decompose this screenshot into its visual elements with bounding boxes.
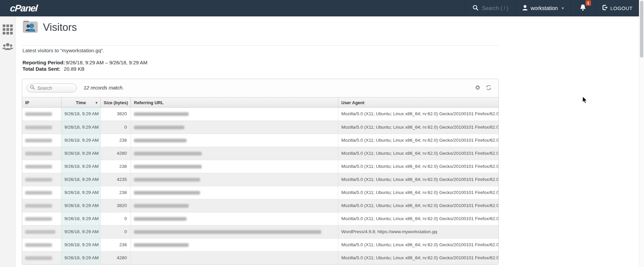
vertical-scrollbar[interactable] xyxy=(639,0,644,267)
cell-size: 4235 xyxy=(101,173,131,186)
redacted-ip xyxy=(25,126,52,129)
cell-size: 4280 xyxy=(101,147,131,160)
redacted-ip xyxy=(25,178,52,182)
cell-ip xyxy=(22,212,61,225)
column-header-time[interactable]: Time▾ xyxy=(61,97,101,107)
cell-size: 0 xyxy=(101,212,131,225)
cell-referring-url xyxy=(131,121,338,134)
visitors-page-icon xyxy=(22,20,38,35)
total-data-value: 20.89 KB xyxy=(64,66,85,72)
cell-time: 9/26/18, 9:29 AM xyxy=(61,173,101,186)
cell-time: 9/26/18, 9:29 AM xyxy=(61,199,101,212)
left-sidebar xyxy=(0,16,15,267)
cell-referring-url xyxy=(131,160,338,173)
column-header-user-agent[interactable]: User Agent xyxy=(338,97,498,107)
table-row: 9/26/18, 9:29 AM238Mozilla/5.0 (X11; Ubu… xyxy=(22,134,498,147)
cell-referring-url xyxy=(131,134,338,147)
redacted-ip xyxy=(25,243,52,247)
cell-ip xyxy=(22,239,61,251)
redacted-referring-url xyxy=(134,191,200,195)
cell-referring-url xyxy=(131,212,338,225)
settings-gear-icon[interactable] xyxy=(475,85,481,92)
cell-size: 3820 xyxy=(101,108,131,121)
cell-ip xyxy=(22,108,61,121)
refresh-icon[interactable] xyxy=(486,85,492,92)
user-menu[interactable]: workstation ▾ xyxy=(515,0,570,16)
cell-ip xyxy=(22,121,61,134)
table-row: 9/26/18, 9:29 AM0Mozilla/5.0 (X11; Ubunt… xyxy=(22,212,498,225)
cell-time: 9/26/18, 9:29 AM xyxy=(61,108,101,121)
page-header: Visitors xyxy=(22,20,77,35)
scrollbar-thumb[interactable] xyxy=(640,1,643,58)
table-search-input[interactable]: Search xyxy=(27,83,77,92)
total-data-label: Total Data Sent: xyxy=(22,66,60,72)
redacted-referring-url xyxy=(134,112,189,116)
table-search-placeholder: Search xyxy=(37,85,52,91)
cell-time: 9/26/18, 9:29 AM xyxy=(61,212,101,225)
visitors-people-icon xyxy=(2,43,13,52)
cell-referring-url xyxy=(131,199,338,212)
cell-time: 9/26/18, 9:29 AM xyxy=(61,134,101,147)
redacted-ip xyxy=(25,191,52,195)
cell-user-agent: Mozilla/5.0 (X11; Ubuntu; Linux x86_64; … xyxy=(338,108,498,121)
table-row: 9/26/18, 9:29 AM4280Mozilla/5.0 (X11; Ub… xyxy=(22,251,498,264)
reporting-period-row: Reporting Period:9/26/18, 9:29 AM – 9/26… xyxy=(22,59,147,66)
redacted-ip xyxy=(25,256,52,260)
column-header-size[interactable]: Size (bytes) xyxy=(101,97,131,107)
cell-user-agent: Mozilla/5.0 (X11; Ubuntu; Linux x86_64; … xyxy=(338,252,498,264)
report-summary: Reporting Period:9/26/18, 9:29 AM – 9/26… xyxy=(22,59,147,72)
redacted-referring-url xyxy=(134,178,200,182)
cell-referring-url xyxy=(131,252,338,264)
cell-ip xyxy=(22,173,61,186)
cell-size: 3820 xyxy=(101,199,131,212)
cell-ip xyxy=(22,186,61,199)
cell-referring-url xyxy=(131,147,338,160)
cell-time: 9/26/18, 9:29 AM xyxy=(61,252,101,264)
global-search[interactable]: Search ( / ) xyxy=(465,0,515,16)
cell-referring-url xyxy=(131,173,338,186)
reporting-period-label: Reporting Period: xyxy=(22,60,65,65)
logout-label: LOGOUT xyxy=(610,5,633,11)
cell-size: 4280 xyxy=(101,252,131,264)
cell-ip xyxy=(22,252,61,264)
sidebar-item-apps[interactable] xyxy=(0,24,15,35)
top-navigation-bar: cPanel Search ( / ) workstation ▾ 1 xyxy=(0,0,644,16)
redacted-referring-url xyxy=(134,230,321,234)
redacted-referring-url xyxy=(134,126,184,129)
sidebar-item-visitors[interactable] xyxy=(0,43,15,52)
main-content: Visitors Latest visitors to “myworkstati… xyxy=(16,16,644,267)
table-row: 9/26/18, 9:29 AM0WordPress/4.9.8; https:… xyxy=(22,225,498,238)
cell-user-agent: Mozilla/5.0 (X11; Ubuntu; Linux x86_64; … xyxy=(338,212,498,225)
table-header-row: IP Time▾ Size (bytes) Referring URL User… xyxy=(22,97,498,108)
cell-user-agent: Mozilla/5.0 (X11; Ubuntu; Linux x86_64; … xyxy=(338,173,498,186)
redacted-referring-url xyxy=(134,204,189,208)
redacted-referring-url xyxy=(134,217,187,221)
username: workstation xyxy=(531,5,558,11)
logout-button[interactable]: LOGOUT xyxy=(595,0,639,16)
logout-icon xyxy=(602,5,608,12)
notifications-button[interactable]: 1 xyxy=(571,0,595,16)
intro-text: Latest visitors to “myworkstation.gq”. xyxy=(22,48,104,53)
redacted-referring-url xyxy=(134,165,202,169)
cell-ip xyxy=(22,147,61,160)
apps-grid-icon xyxy=(3,24,13,35)
redacted-ip xyxy=(25,152,52,155)
table-row: 9/26/18, 9:29 AM3820Mozilla/5.0 (X11; Ub… xyxy=(22,199,498,212)
records-match-text: 12 records match. xyxy=(84,85,124,90)
column-header-ip[interactable]: IP xyxy=(22,97,61,107)
cell-size: 0 xyxy=(101,121,131,134)
redacted-ip xyxy=(25,112,52,116)
cell-time: 9/26/18, 9:29 AM xyxy=(61,160,101,173)
cell-size: 238 xyxy=(101,134,131,147)
cell-user-agent: Mozilla/5.0 (X11; Ubuntu; Linux x86_64; … xyxy=(338,186,498,199)
search-icon xyxy=(30,85,35,91)
bell-icon xyxy=(580,4,586,12)
redacted-referring-url xyxy=(134,139,187,142)
cell-ip xyxy=(22,160,61,173)
cell-user-agent: Mozilla/5.0 (X11; Ubuntu; Linux x86_64; … xyxy=(338,147,498,160)
cell-size: 238 xyxy=(101,160,131,173)
cell-time: 9/26/18, 9:29 AM xyxy=(61,186,101,199)
reporting-period-value: 9/26/18, 9:29 AM – 9/26/18, 9:29 AM xyxy=(66,60,148,65)
column-header-referring-url[interactable]: Referring URL xyxy=(131,97,338,107)
cell-referring-url xyxy=(131,225,338,238)
